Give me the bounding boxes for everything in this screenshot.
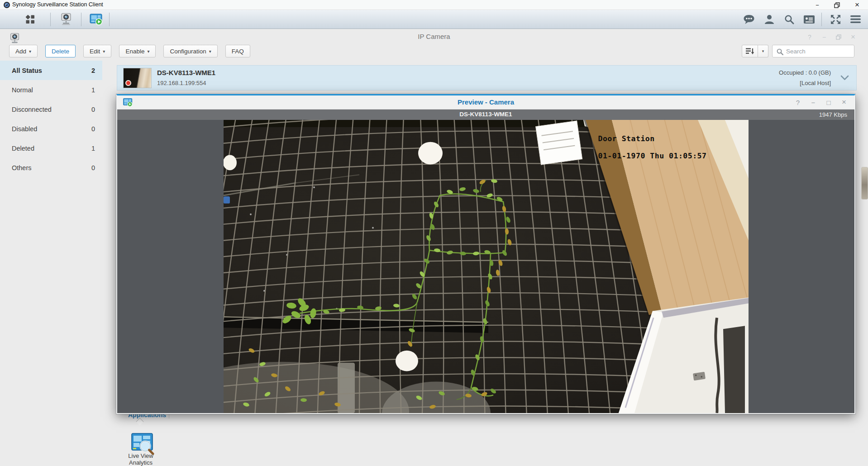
preview-bitrate: 1947 Kbps [819,111,847,118]
status-sidebar: All Status 2 Normal 1 Disconnected 0 Dis… [0,61,102,177]
ipcam-restore-button[interactable] [835,33,843,41]
preview-maximize-button[interactable]: □ [825,98,833,107]
scrollbar-thumb[interactable] [861,167,868,200]
search-icon [776,48,784,56]
chevron-down-icon: ▾ [103,49,105,54]
video-scene [224,120,749,413]
preview-window-title: Preview - Camera [117,98,854,106]
toolbar-separator [109,13,110,26]
chat-bubble-icon [743,14,755,25]
ipcam-close-button[interactable]: × [849,33,857,41]
ip-camera-window-title: IP Camera [0,33,868,40]
tab-caret-icon [136,418,144,426]
camera-occupied-size: Occupied : 0.0 (GB) [779,69,831,76]
chevron-down-icon: ▾ [29,49,31,54]
preview-camera-name: DS-KV8113-WME1 [117,111,854,118]
camera-name: DS-KV8113-WME1 [157,69,215,76]
user-account-button[interactable] [763,10,776,29]
sidebar-item-disconnected[interactable]: Disconnected 0 [0,100,102,119]
app-logo-icon [3,1,10,9]
user-icon [764,14,775,25]
camera-video-feed: Door Station 01-01-1970 Thu 01:05:57 [224,120,749,413]
sort-icon [745,48,754,55]
count-badge: 0 [91,164,95,171]
restore-icon [834,2,840,8]
osd-camera-label: Door Station [598,134,655,143]
screen: Synology Surveillance Station Client − × [0,0,868,466]
toolbar-separator [821,13,822,26]
chevron-down-icon: ▾ [209,49,211,54]
search-input[interactable] [786,45,852,57]
camera-search [772,45,854,57]
enable-button[interactable]: Enable▾ [119,45,156,57]
preview-minimize-button[interactable]: − [809,98,817,107]
ipcam-minimize-button[interactable]: − [820,33,828,41]
camera-host: [Local Host] [800,80,831,86]
faq-button[interactable]: FAQ [225,45,250,57]
preview-help-button[interactable]: ? [794,98,802,107]
live-view-app-button[interactable] [88,10,104,29]
app-toolbar [0,10,868,29]
sidebar-item-deleted[interactable]: Deleted 1 [0,138,102,158]
os-window-title: Synology Surveillance Station Client [12,1,103,8]
delete-button[interactable]: Delete [45,45,76,57]
info-center-button[interactable] [803,10,816,29]
ip-camera-window: IP Camera ? − × Add▾ Delete Edit▾ Enable… [0,29,868,466]
sidebar-item-disabled[interactable]: Disabled 0 [0,119,102,138]
live-view-analytics-app[interactable] [130,432,156,455]
row-chevron-down-icon[interactable] [840,75,849,81]
os-close-button[interactable]: × [847,0,867,10]
count-badge: 2 [91,67,95,74]
fullscreen-button[interactable] [829,10,842,29]
apps-grid-icon [24,14,36,25]
notifications-button[interactable] [743,10,755,29]
recording-indicator-icon [125,80,131,86]
preview-window: Preview - Camera ? − □ × DS-KV8113-WME1 … [116,94,855,414]
main-menu-button[interactable] [849,10,862,29]
os-titlebar: Synology Surveillance Station Client − × [0,0,868,10]
osd-timestamp: 01-01-1970 Thu 01:05:57 [598,152,707,160]
sidebar-item-all-status[interactable]: All Status 2 [0,61,102,80]
search-icon [784,14,795,25]
count-badge: 1 [91,86,95,94]
live-view-analytics-icon [130,432,156,455]
applications-menu-button[interactable] [19,10,41,29]
edit-button[interactable]: Edit▾ [83,45,111,57]
toolbar-separator [50,13,51,26]
os-restore-button[interactable] [827,0,847,10]
global-search-button[interactable] [783,10,796,29]
video-letterbox: Door Station 01-01-1970 Thu 01:05:57 [117,120,854,413]
preview-titlebar: Preview - Camera ? − □ × [117,95,854,109]
ipcam-help-button[interactable]: ? [806,33,814,41]
preview-close-button[interactable]: × [840,98,848,107]
hamburger-menu-icon [850,14,861,24]
count-badge: 0 [91,106,95,113]
restore-icon [836,34,842,40]
sort-options-button[interactable]: ▾ [758,45,768,57]
add-button[interactable]: Add▾ [9,45,38,57]
camera-address: 192.168.1.199:554 [157,80,206,86]
ip-camera-icon [59,13,73,26]
chevron-down-icon: ▾ [147,49,149,54]
camera-toolbar: Add▾ Delete Edit▾ Enable▾ Configuration▾… [9,45,250,57]
id-card-icon [803,14,815,24]
camera-row[interactable]: DS-KV8113-WME1 192.168.1.199:554 Occupie… [117,65,857,90]
count-badge: 1 [91,145,95,152]
toolbar-separator [81,13,81,26]
expand-arrows-icon [830,14,841,25]
sort-button[interactable] [742,45,758,57]
live-view-analytics-label: Live View Analytics [116,452,166,466]
sidebar-item-others[interactable]: Others 0 [0,158,102,177]
count-badge: 0 [91,125,95,133]
os-minimize-button[interactable]: − [807,0,827,10]
configuration-button[interactable]: Configuration▾ [163,45,217,57]
live-view-icon [89,13,103,26]
camera-thumbnail [123,68,152,88]
ip-camera-app-button[interactable] [58,10,74,29]
preview-info-strip: DS-KV8113-WME1 1947 Kbps [117,109,854,120]
sidebar-item-normal[interactable]: Normal 1 [0,80,102,100]
